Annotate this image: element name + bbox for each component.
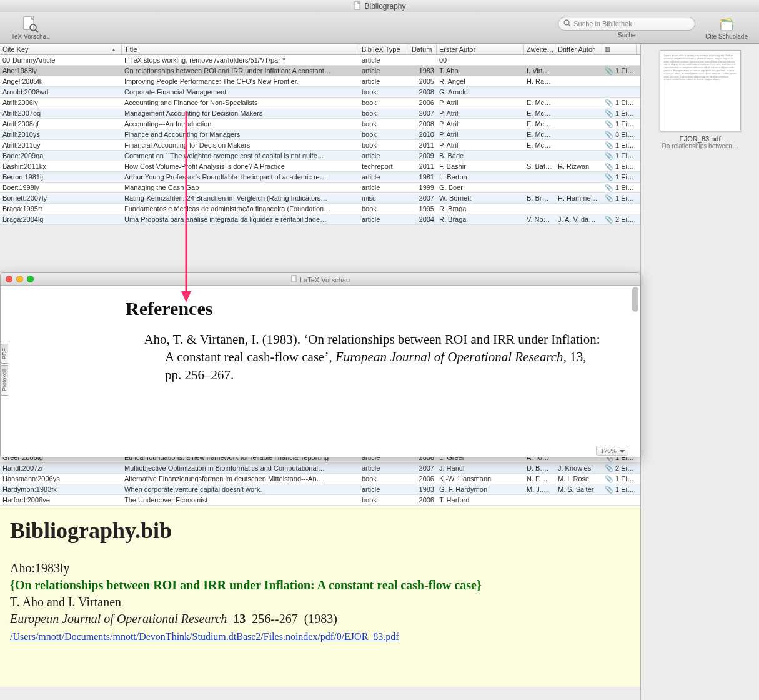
reference-entry: Aho, T. & Virtanen, I. (1983). ‘On relat…	[126, 331, 602, 384]
cell-author-3: M. S. Salter	[555, 486, 602, 493]
cell-author-1: P. Atrill	[437, 99, 524, 106]
cell-author-2: V. No…	[524, 216, 555, 223]
table-row[interactable]: Atrill:2010ysFinance and Accounting for …	[0, 129, 640, 140]
table-row[interactable]: Handl:2007zrMultiobjective Optimization …	[0, 463, 640, 474]
svg-rect-8	[721, 22, 732, 31]
table-row[interactable]: Angel:2005fkImproving People Performance…	[0, 76, 640, 87]
col-date[interactable]: Datum	[409, 44, 437, 54]
cell-cite-key: Aho:1983ly	[0, 67, 122, 74]
col-attachments[interactable]: ▥	[602, 44, 637, 54]
table-body-upper: 00-DummyArticleIf TeX stops working, rem…	[0, 55, 640, 225]
svg-rect-9	[292, 276, 296, 282]
table-row[interactable]: Aho:1983lyOn relationships between ROI a…	[0, 66, 640, 76]
tex-preview-button[interactable]: TeX Vorschau	[7, 14, 54, 41]
cell-attach: 📎 1 Ei…	[602, 109, 637, 118]
cell-title: Accounting---An Introduction	[122, 120, 359, 128]
cell-author-1: J. Handl	[437, 464, 524, 472]
cell-author-1: G. F. Hardymon	[437, 486, 524, 493]
col-title[interactable]: Title	[122, 44, 359, 54]
table-row[interactable]: Bade:2009qaComment on ``The weighted ave…	[0, 151, 640, 161]
cell-author-1: 00	[437, 56, 524, 64]
table-row[interactable]: Hardymon:1983fkWhen corporate venture ca…	[0, 484, 640, 495]
cell-cite-key: Bornett:2007ly	[0, 194, 122, 202]
cell-author-3: J. A. V. da…	[555, 216, 602, 223]
table-row[interactable]: Bashir:2011kxHow Cost Volume-Profit Anal…	[0, 161, 640, 172]
col-first-author[interactable]: Erster Autor	[437, 44, 524, 54]
cell-type: book	[359, 496, 409, 504]
cell-date: 2007	[409, 464, 437, 472]
cell-attach: 📎 1 Ei…	[602, 67, 637, 75]
window-title: Bibliography	[364, 2, 405, 11]
table-row[interactable]: Hansmann:2006ysAlternative Finanzierungs…	[0, 474, 640, 484]
scrollbar[interactable]	[632, 287, 638, 312]
cell-attach: 📎 1 Ei…	[602, 120, 637, 128]
table-row[interactable]: Arnold:2008wdCorporate Financial Managem…	[0, 87, 640, 98]
cell-date: 2007	[409, 194, 437, 202]
cell-author-2: M. J.…	[524, 486, 555, 493]
cell-title: Rating-Kennzahlen: 24 Branchen im Vergle…	[122, 194, 359, 202]
cell-attach: 📎 2 Ei…	[602, 216, 637, 224]
cell-type: techreport	[359, 162, 409, 170]
cell-title: When corporate venture capital doesn't w…	[122, 486, 359, 493]
cell-cite-key: Atrill:2008qf	[0, 120, 122, 128]
cell-author-1: R. Braga	[437, 205, 524, 212]
table-row[interactable]: Bornett:2007lyRating-Kennzahlen: 24 Bran…	[0, 193, 640, 204]
cell-type: article	[359, 173, 409, 181]
table-row[interactable]: Harford:2006veThe Undercover Economistbo…	[0, 495, 640, 506]
search-input[interactable]: Suche in Bibliothek	[558, 17, 695, 31]
cell-title: Management Accounting for Decision Maker…	[122, 109, 359, 117]
cell-title: Comment on ``The weighted average cost o…	[122, 152, 359, 159]
table-row[interactable]: Boer:1999lyManaging the Cash Gaparticle1…	[0, 182, 640, 193]
cell-date: 2004	[409, 216, 437, 223]
cell-type: article	[359, 464, 409, 472]
table-row[interactable]: 00-DummyArticleIf TeX stops working, rem…	[0, 55, 640, 66]
cell-title: Fundamentos e técnicas de administração …	[122, 205, 359, 212]
cell-type: article	[359, 56, 409, 64]
cell-cite-key: Bashir:2011kx	[0, 162, 122, 170]
cell-type: article	[359, 67, 409, 74]
cell-cite-key: Boer:1999ly	[0, 184, 122, 191]
cell-type: misc	[359, 194, 409, 202]
cell-date: 2008	[409, 88, 437, 96]
table-row[interactable]: Braga:1995rrFundamentos e técnicas de ad…	[0, 204, 640, 214]
col-second-author[interactable]: Zweite…	[524, 44, 555, 54]
cite-drawer-button[interactable]: Cite Schublade	[702, 14, 752, 41]
search-label: Suche	[618, 32, 635, 39]
cell-cite-key: Atrill:2010ys	[0, 131, 122, 138]
cell-type: article	[359, 78, 409, 85]
cell-author-2: E. Mc…	[524, 141, 555, 149]
cell-cite-key: Harford:2006ve	[0, 496, 122, 504]
table-row[interactable]: Atrill:2008qfAccounting---An Introductio…	[0, 119, 640, 129]
cell-author-2: E. Mc…	[524, 131, 555, 138]
side-tab-pdf[interactable]: PDF	[0, 344, 8, 364]
cell-type: book	[359, 99, 409, 106]
cell-cite-key: 00-DummyArticle	[0, 56, 122, 64]
cell-type: article	[359, 216, 409, 223]
side-tab-protokoll[interactable]: Protokoll	[0, 365, 8, 396]
table-row[interactable]: Atrill:2006lyAccounting and Finance for …	[0, 98, 640, 108]
cell-cite-key: Angel:2005fk	[0, 78, 122, 85]
table-row[interactable]: Atrill:2007oqManagement Accounting for D…	[0, 108, 640, 119]
cell-title: Accounting and Finance for Non-Specialis…	[122, 99, 359, 106]
bib-pdf-path-link[interactable]: /Users/mnott/Documents/mnott/DevonThink/…	[10, 631, 399, 642]
cell-author-1: G. Boer	[437, 184, 524, 191]
cell-type: article	[359, 184, 409, 191]
table-row[interactable]: Braga:2004lqUma Proposta para análise in…	[0, 214, 640, 225]
col-third-author[interactable]: Dritter Autor	[555, 44, 602, 54]
cell-title: Uma Proposta para análise integrada da l…	[122, 216, 359, 223]
table-row[interactable]: Atrill:2011qyFinancial Accounting for De…	[0, 140, 640, 151]
col-bibtex-type[interactable]: BibTeX Type	[359, 44, 409, 54]
window-titlebar: Bibliography	[0, 0, 759, 12]
cell-type: book	[359, 131, 409, 138]
search-placeholder: Suche in Bibliothek	[573, 20, 632, 28]
pdf-thumbnail[interactable]: Lorem ipsum dolor sit amet, consectetur …	[660, 50, 741, 131]
search-icon	[563, 19, 571, 28]
cell-author-1: L. Berton	[437, 173, 524, 181]
latex-preview-titlebar[interactable]: LaTeX Vorschau	[1, 273, 640, 286]
cell-attach: 📎 1 Ei…	[602, 162, 637, 171]
table-row[interactable]: Berton:1981ijArthur Young Professor's Ro…	[0, 172, 640, 182]
zoom-select[interactable]: 170%	[596, 446, 628, 456]
col-cite-key[interactable]: Cite Key▲	[0, 44, 122, 54]
cell-author-1: R. Angel	[437, 78, 524, 85]
cell-date: 2011	[409, 162, 437, 170]
